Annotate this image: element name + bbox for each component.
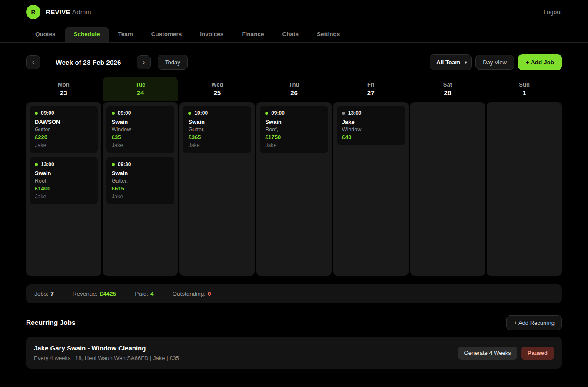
stat-paid: Paid:4	[135, 290, 153, 297]
stat-revenue-value: £4425	[100, 290, 116, 297]
day-header-wed[interactable]: Wed25	[179, 77, 255, 101]
job-status-dot-icon	[112, 112, 115, 115]
tab-finance[interactable]: Finance	[233, 27, 273, 42]
job-card[interactable]: 09:30SwainGutter,£615Jake	[106, 157, 175, 204]
week-toolbar: ‹ Week of 23 Feb 2026 › Today All Team ▾…	[0, 54, 588, 70]
job-status-dot-icon	[112, 163, 115, 166]
job-assignee: Jake	[265, 142, 323, 148]
job-service: Roof,	[265, 127, 323, 133]
brand: R REVIVEAdmin	[26, 5, 91, 19]
job-time-row: 13:00	[342, 110, 400, 116]
chevron-down-icon: ▾	[465, 60, 467, 65]
job-time-row: 13:00	[35, 161, 93, 167]
day-header-tue[interactable]: Tue24	[103, 77, 178, 101]
tab-settings[interactable]: Settings	[308, 27, 349, 42]
job-card[interactable]: 10:00SwainGutter,£365Jake	[183, 106, 251, 153]
day-label: Tue	[136, 81, 145, 88]
prev-week-button[interactable]: ‹	[26, 55, 40, 69]
day-column-fri: 13:00JakeWindow£40	[333, 102, 409, 276]
day-label: Thu	[289, 81, 299, 88]
day-header-mon[interactable]: Mon23	[26, 77, 101, 101]
job-assignee: Jake	[35, 194, 93, 200]
nav-tabs: QuotesScheduleTeamCustomersInvoicesFinan…	[26, 27, 562, 42]
today-button[interactable]: Today	[158, 55, 188, 70]
job-customer-name: Swain	[112, 170, 169, 177]
stat-jobs: Jobs:7	[34, 290, 54, 297]
stat-outstanding: Outstanding:0	[172, 290, 211, 297]
day-view-button[interactable]: Day View	[475, 55, 514, 70]
job-price: £220	[35, 134, 93, 140]
job-card[interactable]: 13:00SwainRoof,£1400Jake	[30, 157, 98, 204]
team-filter-select[interactable]: All Team ▾	[430, 54, 472, 70]
job-status-dot-icon	[265, 112, 268, 115]
job-customer-name: Swain	[265, 119, 323, 125]
job-time: 13:00	[348, 110, 362, 116]
job-card[interactable]: 09:00SwainRoof,£1750Jake	[260, 106, 328, 153]
add-recurring-button[interactable]: + Add Recurring	[506, 315, 562, 330]
generate-weeks-button[interactable]: Generate 4 Weeks	[458, 347, 517, 360]
job-card[interactable]: 09:00SwainWindow£35Jake	[106, 106, 175, 153]
job-time: 09:00	[41, 110, 54, 116]
job-time-row: 09:00	[112, 110, 169, 116]
logout-link[interactable]: Logout	[543, 9, 562, 16]
day-header-sun[interactable]: Sun1	[487, 77, 562, 101]
day-column-wed: 10:00SwainGutter,£365Jake	[179, 102, 255, 276]
day-number: 28	[444, 89, 452, 97]
recurring-section-title: Recurring Jobs	[26, 319, 76, 327]
stat-outstanding-value: 0	[208, 290, 211, 297]
job-status-dot-icon	[342, 112, 345, 115]
brand-name-suffix: Admin	[72, 8, 91, 16]
job-customer-name: Swain	[188, 119, 246, 125]
job-time-row: 09:00	[265, 110, 323, 116]
day-number: 25	[213, 89, 221, 97]
job-customer-name: Jake	[342, 119, 400, 125]
job-assignee: Jake	[112, 194, 169, 200]
job-card[interactable]: 13:00JakeWindow£40	[337, 106, 405, 145]
chevron-left-icon: ‹	[32, 59, 34, 65]
recurring-job-details: Every 4 weeks | 18, Heol Waun Wen SA66FD…	[34, 355, 179, 361]
job-price: £615	[112, 185, 169, 192]
tab-quotes[interactable]: Quotes	[26, 27, 65, 42]
job-service: Window	[342, 127, 400, 133]
job-time: 10:00	[194, 110, 208, 116]
schedule-app: R REVIVEAdmin Logout QuotesScheduleTeamC…	[0, 0, 588, 387]
day-column-mon: 09:00DAWSONGutter£220Jake13:00SwainRoof,…	[26, 102, 101, 276]
tab-schedule[interactable]: Schedule	[65, 27, 109, 42]
day-label: Mon	[58, 81, 70, 88]
day-label: Sun	[519, 81, 530, 88]
top-bar: R REVIVEAdmin Logout	[0, 0, 588, 22]
day-number: 26	[290, 89, 298, 97]
job-assignee: Jake	[112, 142, 169, 148]
stat-jobs-value: 7	[50, 290, 54, 297]
job-time: 13:00	[41, 161, 54, 167]
day-header-thu[interactable]: Thu26	[256, 77, 332, 101]
day-header-sat[interactable]: Sat28	[410, 77, 485, 101]
job-card[interactable]: 09:00DAWSONGutter£220Jake	[30, 106, 98, 153]
day-headers-row: Mon23Tue24Wed25Thu26Fri27Sat28Sun1	[26, 77, 562, 101]
recurring-job-name: Jake Gary Swain - Window Cleaning	[34, 344, 179, 352]
stat-revenue: Revenue:£4425	[73, 290, 116, 297]
brand-logo-icon: R	[26, 5, 40, 19]
next-week-button[interactable]: ›	[137, 55, 151, 69]
team-filter-value: All Team	[436, 59, 460, 66]
tab-chats[interactable]: Chats	[273, 27, 308, 42]
job-assignee: Jake	[188, 142, 246, 148]
job-time-row: 10:00	[188, 110, 246, 116]
add-job-button[interactable]: + Add Job	[518, 54, 562, 70]
brand-name-strong: REVIVE	[46, 8, 70, 16]
day-number: 24	[137, 89, 144, 97]
job-price: £1400	[35, 185, 93, 192]
tab-invoices[interactable]: Invoices	[191, 27, 233, 42]
tab-customers[interactable]: Customers	[142, 27, 191, 42]
day-header-fri[interactable]: Fri27	[333, 77, 409, 101]
job-time: 09:30	[118, 161, 131, 167]
day-label: Fri	[367, 81, 375, 88]
recurring-section-header: Recurring Jobs + Add Recurring	[26, 315, 562, 330]
job-status-dot-icon	[188, 112, 191, 115]
job-price: £1750	[265, 134, 323, 140]
recurring-job-row: Jake Gary Swain - Window CleaningEvery 4…	[26, 337, 562, 369]
tab-team[interactable]: Team	[109, 27, 142, 42]
stat-paid-value: 4	[150, 290, 154, 297]
week-calendar: Mon23Tue24Wed25Thu26Fri27Sat28Sun1 09:00…	[0, 77, 588, 276]
brand-name: REVIVEAdmin	[46, 8, 91, 16]
